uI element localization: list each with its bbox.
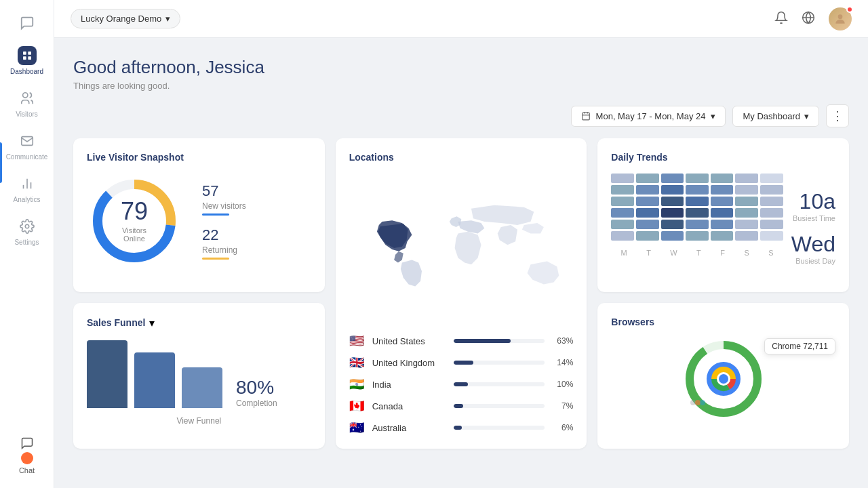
sidebar-item-analytics-label: Analytics (13, 196, 40, 203)
country-australia: Australia (372, 423, 447, 433)
pct-label: Completion (236, 399, 277, 408)
location-item-india: 🇮🇳 India 10% (349, 377, 574, 392)
day-label-w: W (670, 249, 677, 257)
date-picker[interactable]: Mon, May 17 - Mon, May 24 ▾ (571, 106, 726, 127)
bar-us (454, 339, 511, 343)
user-avatar[interactable] (829, 7, 852, 30)
site-selector-dropdown-icon: ▾ (165, 14, 170, 24)
location-item-us: 🇺🇸 United States 63% (349, 333, 574, 348)
view-funnel-link[interactable]: View Funnel (87, 416, 311, 426)
new-visitors-bar (202, 214, 229, 216)
locations-card: Locations (336, 138, 587, 449)
new-visitors-label: New visitors (202, 201, 246, 211)
donut-chart: 79 Visitors Online (87, 174, 182, 268)
map-svg (349, 174, 574, 323)
sidebar-item-communicate[interactable]: Communicate (0, 125, 54, 167)
heat-cell (611, 174, 634, 183)
bar-container-canada (454, 404, 545, 408)
dashboard-dropdown-icon: ▾ (804, 111, 809, 121)
pct-number: 80% (236, 377, 277, 399)
site-selector-label: Lucky Orange Demo (81, 14, 161, 24)
heat-cell (611, 185, 634, 195)
heat-cell (686, 197, 709, 206)
pct-us: 63% (551, 336, 573, 346)
bar-uk (454, 361, 474, 365)
trend-stats: 10a Busiest Time Wed Busiest Day (791, 174, 835, 265)
busiest-time-label: Busiest Time (793, 214, 835, 222)
heat-cell (711, 174, 734, 183)
topnav-right (774, 7, 852, 30)
svg-rect-13 (582, 113, 589, 120)
heat-cell (711, 220, 734, 229)
topnav: Lucky Orange Demo ▾ (54, 0, 868, 38)
day-label-f: F (720, 249, 725, 257)
svg-point-9 (25, 224, 29, 228)
sidebar-item-settings[interactable]: Settings (0, 210, 54, 253)
site-selector[interactable]: Lucky Orange Demo ▾ (71, 9, 180, 28)
controls-row: Mon, May 17 - Mon, May 24 ▾ My Dashboard… (73, 104, 849, 127)
funnel-header: Sales Funnel ▾ (87, 317, 311, 329)
bar-canada (454, 404, 464, 408)
heat-cell (636, 208, 659, 218)
flag-australia: 🇦🇺 (349, 420, 366, 435)
sidebar-item-chat[interactable] (0, 7, 54, 39)
location-item-uk: 🇬🇧 United Kingdom 14% (349, 355, 574, 370)
completion-pct: 80% Completion (236, 377, 277, 408)
sidebar-bottom: Chat (19, 436, 35, 481)
daily-trends-card: Daily Trends M T W T F S S (597, 138, 849, 292)
day-label-s: S (744, 249, 749, 257)
chat-status-dot (21, 452, 33, 464)
chat-bottom[interactable]: Chat (19, 436, 35, 474)
sales-funnel-card: Sales Funnel ▾ 80% Completion View Funne… (73, 303, 325, 449)
heat-cell (661, 197, 684, 206)
bar-container-us (454, 339, 545, 343)
heat-cell (760, 174, 783, 183)
sidebar-item-dashboard[interactable]: Dashboard (0, 39, 54, 82)
pct-uk: 14% (551, 358, 573, 367)
funnel-bar-1 (87, 340, 127, 408)
heat-cell (760, 208, 783, 218)
heat-cell (735, 220, 758, 229)
returning-visitors-stat: 22 Returning (202, 226, 246, 260)
sidebar-item-analytics[interactable]: Analytics (0, 167, 54, 210)
heat-cell (661, 208, 684, 218)
heat-cell (735, 197, 758, 206)
country-uk: United Kingdom (372, 358, 447, 368)
browsers-content: Chrome 72,711 (611, 338, 835, 420)
heat-cell (711, 197, 734, 206)
heat-cell (760, 185, 783, 195)
heat-cell (611, 231, 634, 241)
new-visitors-stat: 57 New visitors (202, 182, 246, 216)
globe-icon[interactable] (802, 11, 815, 27)
heat-cell (711, 231, 734, 241)
chat-bottom-label: Chat (19, 466, 35, 474)
heat-cell (661, 231, 684, 241)
busiest-day: Wed (791, 232, 835, 257)
heat-cell (760, 220, 783, 229)
flag-india: 🇮🇳 (349, 377, 366, 392)
greeting-subtitle: Things are looking good. (73, 81, 849, 91)
notification-bell[interactable] (774, 11, 788, 27)
svg-point-12 (838, 14, 843, 19)
dashboard-selector[interactable]: My Dashboard ▾ (732, 106, 819, 127)
funnel-bars (87, 340, 222, 408)
bar-australia (454, 426, 462, 430)
visitors-count: 79 (111, 199, 158, 224)
svg-point-28 (719, 374, 728, 384)
pct-india: 10% (551, 380, 573, 389)
funnel-bar-3 (182, 367, 222, 408)
more-icon: ⋮ (831, 108, 844, 123)
svg-point-31 (700, 400, 705, 405)
heat-cell (686, 174, 709, 183)
heat-cell (686, 208, 709, 218)
more-options-button[interactable]: ⋮ (826, 104, 849, 127)
heatmap-area: M T W T F S S (611, 174, 783, 265)
settings-icon (18, 217, 37, 236)
funnel-bar-2 (134, 352, 175, 408)
content-area: Good afternoon, Jessica Things are looki… (54, 38, 868, 488)
sidebar-item-dashboard-label: Dashboard (10, 68, 43, 75)
donut-center: 79 Visitors Online (111, 199, 158, 243)
funnel-dropdown-icon[interactable]: ▾ (149, 317, 155, 329)
sidebar-item-visitors[interactable]: Visitors (0, 82, 54, 125)
svg-rect-1 (28, 52, 31, 55)
